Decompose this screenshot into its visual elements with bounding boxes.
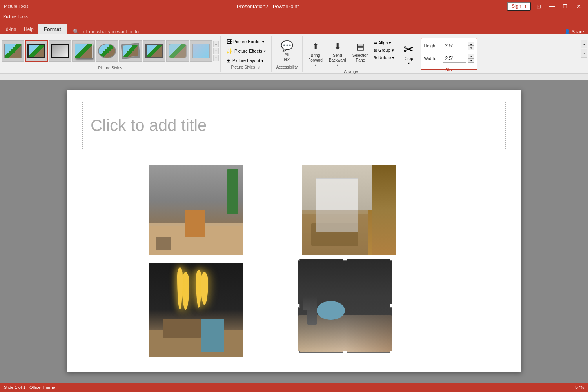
expand-picture-styles-icon[interactable]: ⤢ — [258, 65, 261, 69]
theme-info: Office Theme — [29, 385, 55, 390]
picture-styles-label: Picture Styles — [96, 65, 123, 71]
share-button[interactable]: 👤 Share — [561, 29, 588, 34]
height-input-row: Height: ▴ ▾ — [424, 42, 474, 50]
picture-border-icon: 🖼 — [226, 38, 232, 45]
alt-text-label: AltText — [283, 53, 290, 62]
style-thumb-8[interactable] — [166, 40, 189, 62]
scroll-more-button[interactable]: ▾ — [213, 55, 219, 61]
tab-format[interactable]: Format — [38, 23, 67, 34]
zoom-level: 57% — [575, 385, 584, 390]
slide-title-placeholder[interactable]: Click to add title — [82, 102, 506, 149]
room2-image: ↻ — [302, 165, 396, 255]
width-input[interactable] — [443, 54, 466, 63]
slide-image-3[interactable] — [149, 263, 243, 357]
send-backward-dropdown-icon[interactable]: ▾ — [337, 64, 338, 67]
tab-add-ins[interactable]: d-ins — [2, 24, 20, 34]
sign-in-button[interactable]: Sign in — [507, 2, 531, 11]
title-bar: Picture Tools Presentation2 - PowerPoint… — [0, 0, 588, 13]
style-thumb-3[interactable] — [49, 40, 71, 62]
handle-top-center[interactable] — [343, 259, 347, 261]
size-group: Height: ▴ ▾ Width: ▴ ▾ Size — [421, 38, 477, 70]
style-thumb-9[interactable] — [190, 40, 212, 62]
title-bar-center: Presentation2 - PowerPoint — [29, 4, 507, 9]
slide-area: Click to add title ↻ — [0, 80, 588, 383]
handle-bottom-center[interactable] — [343, 351, 347, 353]
send-backward-button[interactable]: ⬇ SendBackward ▾ — [327, 39, 348, 69]
chevron-down-icon-effects: ▾ — [264, 49, 266, 53]
handle-middle-left[interactable] — [298, 304, 300, 308]
alt-text-icon: 💬 — [281, 40, 293, 52]
picture-styles-group-label: Picture Styles ⤢ — [229, 64, 262, 70]
height-input[interactable] — [443, 42, 466, 50]
title-bar-right: Sign in ⊡ — ❒ ✕ — [507, 2, 584, 11]
handle-middle-right[interactable] — [390, 304, 392, 308]
style-thumb-5[interactable] — [96, 40, 118, 62]
file-name: Presentation2 - PowerPoint — [237, 4, 299, 9]
minimize-button[interactable]: — — [546, 2, 557, 11]
tell-me-input[interactable]: 🔍 Tell me what you want to do — [67, 29, 144, 34]
tab-help[interactable]: Help — [20, 24, 38, 34]
handle-top-right[interactable] — [390, 259, 392, 261]
person-icon: 👤 — [564, 29, 570, 34]
room4-image — [298, 259, 392, 353]
slide-info: Slide 1 of 1 — [4, 385, 25, 390]
scroll-down-button[interactable]: ▾ — [213, 48, 219, 54]
chevron-down-icon-layout: ▾ — [261, 58, 263, 63]
status-bar: Slide 1 of 1 Office Theme 57% — [0, 383, 588, 392]
picture-effects-icon: ✨ — [226, 48, 233, 54]
width-label: Width: — [424, 56, 441, 61]
handle-bottom-right[interactable] — [390, 351, 392, 353]
maximize-button[interactable]: ❒ — [560, 2, 571, 11]
accessibility-label: Accessibility — [275, 64, 299, 70]
height-spinners: ▴ ▾ — [468, 42, 474, 50]
height-increment-button[interactable]: ▴ — [468, 42, 474, 46]
title-bar-left: Picture Tools — [4, 4, 29, 9]
picture-border-button[interactable]: 🖼 Picture Border ▾ — [224, 38, 268, 45]
chevron-down-icon: ▾ — [262, 40, 264, 44]
slide-canvas[interactable]: Click to add title ↻ — [67, 90, 521, 372]
picture-effects-button[interactable]: ✨ Picture Effects ▾ — [224, 47, 268, 55]
ribbon-expand-area: ▴ ▾ — [580, 34, 588, 62]
ribbon-tabs-row: d-ins Help Format 🔍 Tell me what you wan… — [0, 20, 588, 34]
picture-styles-group: ▴ ▾ ▾ Picture Styles — [0, 36, 221, 72]
close-button[interactable]: ✕ — [573, 2, 584, 11]
crop-dropdown-icon[interactable]: ▾ — [408, 62, 410, 65]
selection-pane-button[interactable]: ▤ SelectionPane — [350, 39, 371, 64]
restore-window-button[interactable]: ⊡ — [533, 2, 544, 11]
crop-area: ✂ Crop ▾ — [399, 36, 418, 72]
slide-image-1[interactable] — [149, 165, 243, 255]
horizontal-ruler — [0, 74, 588, 80]
alt-text-button[interactable]: 💬 AltText — [277, 38, 297, 64]
style-scroll-buttons: ▴ ▾ ▾ — [213, 41, 219, 61]
send-backward-icon: ⬇ — [332, 41, 343, 53]
style-thumb-4[interactable] — [72, 40, 95, 62]
style-thumb-1[interactable] — [2, 40, 24, 62]
width-increment-button[interactable]: ▴ — [468, 54, 474, 58]
align-button[interactable]: ⬌ Align ▾ — [372, 40, 396, 46]
ribbon-expand-button[interactable]: ▾ — [581, 49, 587, 58]
slide-image-4[interactable] — [298, 259, 392, 353]
picture-tools-label: Picture Tools — [4, 4, 29, 9]
handle-top-left[interactable] — [298, 259, 300, 261]
selection-pane-icon: ▤ — [354, 41, 366, 53]
picture-layout-icon: ⊞ — [226, 57, 231, 64]
group-icon: ⊞ — [374, 48, 377, 53]
rotate-button[interactable]: ↻ Rotate ▾ — [372, 55, 396, 61]
slide-image-2[interactable]: ↻ — [302, 165, 396, 255]
style-thumb-6[interactable] — [119, 40, 142, 62]
scroll-up-button[interactable]: ▴ — [213, 41, 219, 47]
ribbon-collapse-button[interactable]: ▴ — [581, 40, 587, 48]
bring-forward-button[interactable]: ⬆ BringForward ▾ — [306, 39, 325, 69]
style-thumb-7[interactable] — [143, 40, 165, 62]
room3-image — [149, 263, 243, 357]
style-thumb-2[interactable] — [25, 40, 48, 62]
width-spinners: ▴ ▾ — [468, 54, 474, 63]
height-decrement-button[interactable]: ▾ — [468, 46, 474, 50]
picture-tools-context-label: Picture Tools — [0, 13, 588, 20]
handle-bottom-left[interactable] — [298, 351, 300, 353]
bring-forward-dropdown-icon[interactable]: ▾ — [315, 64, 316, 67]
group-button[interactable]: ⊞ Group ▾ — [372, 47, 396, 53]
width-decrement-button[interactable]: ▾ — [468, 58, 474, 63]
crop-button[interactable]: ✂ Crop ▾ — [400, 38, 417, 70]
picture-layout-button[interactable]: ⊞ Picture Layout ▾ — [224, 56, 268, 64]
